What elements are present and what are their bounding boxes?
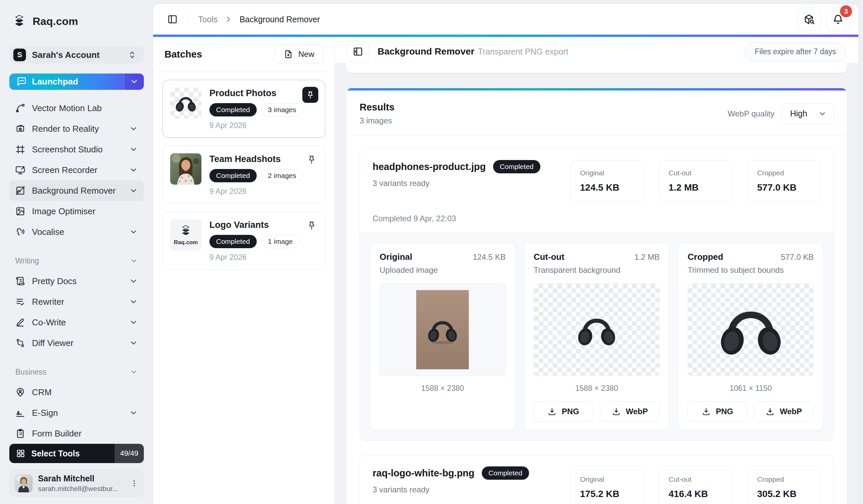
collapse-batches-button[interactable] [347,41,369,63]
batch-date: 9 Apr 2026 [210,121,303,130]
batch-card-product-photos[interactable]: Product Photos Completed 3 images 9 Apr … [162,80,325,138]
more-vertical-icon[interactable] [130,479,138,488]
download-png-button[interactable]: PNG [688,402,747,422]
sidebar-item-screen-recorder[interactable]: Screen Recorder [9,160,144,180]
voice-waves-icon [15,227,25,237]
sidebar-item-crm[interactable]: CRM [9,382,144,402]
spline-icon [15,103,25,113]
batch-thumbnail [170,88,201,119]
chevron-down-icon [129,339,138,347]
sidebar-item-screenshot-studio[interactable]: Screenshot Studio [9,139,144,160]
sidebar-item-co-write[interactable]: Co-Write [9,312,144,333]
contact-pin-icon [15,387,25,397]
layout-grid-icon [16,449,25,458]
sidebar-item-background-remover[interactable]: Background Remover [9,180,144,201]
sidebar-item-pretty-docs[interactable]: Pretty Docs [9,271,144,292]
app-window: Tools Background Remover 3 [153,4,858,504]
chevron-down-icon [129,228,138,236]
breadcrumb-tools[interactable]: Tools [198,15,217,24]
chevron-down-icon [129,409,138,417]
main-panel: Background Remover Transparent PNG expor… [335,37,858,504]
webp-quality-select[interactable]: High [782,103,834,125]
scroll-text-icon [15,276,25,286]
sidebar-item-vocalise[interactable]: Vocalise [9,222,144,242]
chevron-down-icon [129,145,138,154]
variant-size: 124.5 KB [473,253,506,262]
stat-box-cutout: Cut-out 416.4 KB [659,466,732,504]
batch-card-logo-variants[interactable]: Raq.com Logo Variants Completed 1 image … [162,211,325,270]
user-email: sarah.mitchell@westbur... [38,485,125,493]
new-batch-button[interactable]: New [275,45,323,64]
tool-title: Background Remover [377,46,474,56]
sidebar-item-label: Rewriter [32,297,64,307]
sidebar-item-rewriter[interactable]: Rewriter [9,292,144,312]
download-webp-button[interactable]: WebP [600,402,660,422]
sidebar-item-e-sign[interactable]: E-Sign [9,402,144,423]
results-scroll-area[interactable]: Results 3 images WebP quality High [335,63,858,504]
batch-title: Product Photos [210,88,303,99]
account-switcher[interactable]: S Sarah's Account [9,47,144,64]
variant-dimensions: 1061 × 1150 [688,384,814,393]
section-label-text: Business [15,367,46,377]
download-label: WebP [780,407,802,416]
variant-card-cutout: Cut-out 1.2 MB Transparent background [524,243,670,430]
image-count-badge: 3 images [261,103,303,116]
pin-button[interactable] [307,155,316,164]
pin-icon [306,90,315,99]
variant-card-original: Original 124.5 KB Uploaded image [370,243,515,430]
batch-card-team-headshots[interactable]: Team Headshots Completed 2 images 9 Apr … [162,146,325,204]
panel-left-toggle-button[interactable] [167,14,178,25]
sidebar-item-label: Co-Write [32,318,66,328]
variant-dimensions: 1588 × 2380 [534,384,660,393]
sidebar-item-form-builder[interactable]: Form Builder [9,423,144,444]
status-badge: Completed [210,235,257,248]
batches-title: Batches [164,49,202,60]
batch-thumbnail [170,153,201,185]
pen-line-icon [15,318,25,327]
tool-header: Background Remover Transparent PNG expor… [335,37,858,63]
notifications-button[interactable]: 3 [826,8,850,31]
stat-value: 1.2 MB [668,182,723,193]
clipboard-list-icon [15,428,25,438]
sidebar-item-diff-viewer[interactable]: Diff Viewer [9,333,144,353]
section-label-text: Writing [15,257,39,266]
sidebar-item-vector-motion-lab[interactable]: Vector Motion Lab [9,98,144,118]
sidebar-bottom: Select Tools 49/49 [9,444,144,497]
file-result-raq-logo: raq-logo-white-bg.png Completed 3 varian… [360,455,834,504]
sidebar-item-render-to-reality[interactable]: Render to Reality [9,118,144,139]
variant-subtitle: Uploaded image [379,266,506,275]
download-png-button[interactable]: PNG [534,402,593,422]
file-result-headphones: headphones-product.jpg Completed 3 varia… [360,148,834,441]
pin-button[interactable] [307,221,316,230]
package-search-button[interactable] [798,8,821,31]
select-tools-button[interactable]: Select Tools 49/49 [9,444,144,463]
chevron-down-icon [129,166,138,174]
frame-icon [15,144,25,154]
sidebar-section-business[interactable]: Business [9,365,144,379]
sidebar-item-image-optimiser[interactable]: Image Optimiser [9,201,144,222]
brand-name: Raq.com [33,15,78,28]
sidebar-item-label: Vocalise [32,227,64,237]
breadcrumb-current: Background Remover [239,15,320,24]
file-plus-icon [284,50,293,59]
sidebar-item-label: Pretty Docs [32,276,77,286]
user-card[interactable]: Sarah Mitchell sarah.mitchell@westbur... [9,469,144,497]
launchpad-caret-button[interactable] [124,74,144,90]
image-count-badge: 2 images [261,169,303,182]
webp-quality-value: High [790,109,807,118]
chevron-down-icon [129,277,138,285]
scrolled-card-remnant [346,63,847,73]
variant-preview-cutout [534,283,660,376]
variant-preview-original [379,283,506,376]
sidebar-section-writing[interactable]: Writing [9,254,144,268]
variant-size: 1.2 MB [634,253,660,262]
sidebar-item-label: Render to Reality [32,124,99,134]
expiry-note-badge: Files expire after 7 days [745,42,846,62]
webp-quality-label: WebP quality [727,109,774,118]
pin-button[interactable] [302,87,318,103]
image-icon [15,206,25,216]
image-count-badge: 1 image [261,235,300,248]
download-webp-button[interactable]: WebP [754,402,814,422]
variant-preview-cropped [688,283,814,376]
launchpad-button[interactable]: Launchpad [9,74,144,90]
